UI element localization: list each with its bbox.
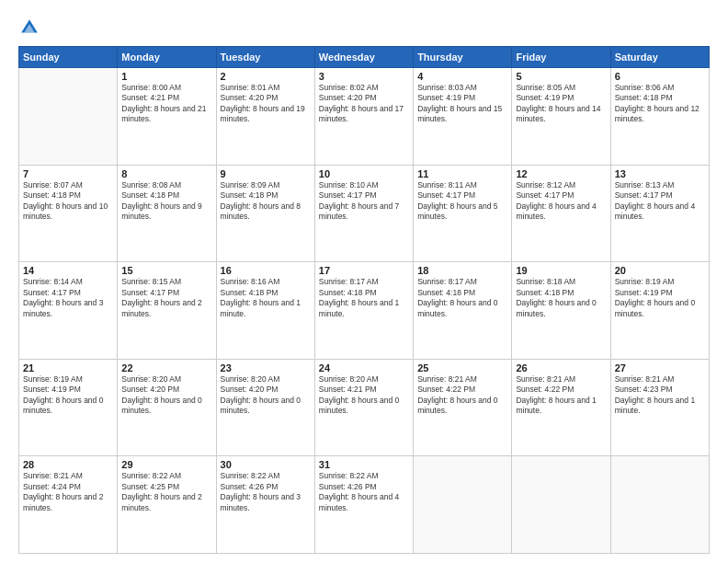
calendar-cell: 24Sunrise: 8:20 AMSunset: 4:21 PMDayligh…: [314, 359, 413, 456]
day-number: 13: [615, 168, 705, 179]
day-info: Sunrise: 8:20 AMSunset: 4:20 PMDaylight:…: [121, 374, 211, 417]
day-info: Sunrise: 8:11 AMSunset: 4:17 PMDaylight:…: [417, 180, 507, 223]
day-info: Sunrise: 8:10 AMSunset: 4:17 PMDaylight:…: [319, 180, 409, 223]
calendar-week-row: 7Sunrise: 8:07 AMSunset: 4:18 PMDaylight…: [19, 165, 710, 262]
calendar-cell: 1Sunrise: 8:00 AMSunset: 4:21 PMDaylight…: [118, 68, 216, 166]
day-info: Sunrise: 8:22 AMSunset: 4:26 PMDaylight:…: [319, 471, 409, 513]
day-info: Sunrise: 8:16 AMSunset: 4:18 PMDaylight:…: [221, 277, 311, 319]
day-info: Sunrise: 8:18 AMSunset: 4:18 PMDaylight:…: [516, 277, 606, 319]
calendar-cell: [19, 68, 118, 166]
day-number: 24: [319, 362, 409, 373]
day-number: 5: [516, 71, 606, 82]
calendar: SundayMondayTuesdayWednesdayThursdayFrid…: [18, 46, 710, 554]
calendar-cell: 11Sunrise: 8:11 AMSunset: 4:17 PMDayligh…: [414, 165, 512, 262]
day-info: Sunrise: 8:17 AMSunset: 4:18 PMDaylight:…: [319, 277, 409, 319]
day-info: Sunrise: 8:05 AMSunset: 4:19 PMDaylight:…: [516, 83, 606, 125]
day-number: 8: [121, 168, 211, 179]
day-number: 2: [221, 71, 311, 82]
calendar-cell: [512, 456, 610, 554]
day-info: Sunrise: 8:22 AMSunset: 4:26 PMDaylight:…: [221, 471, 311, 513]
weekday-header-monday: Monday: [118, 47, 216, 68]
calendar-cell: [414, 456, 512, 554]
day-number: 6: [615, 71, 705, 82]
day-info: Sunrise: 8:02 AMSunset: 4:20 PMDaylight:…: [319, 83, 409, 125]
day-number: 18: [417, 265, 507, 276]
day-info: Sunrise: 8:19 AMSunset: 4:19 PMDaylight:…: [23, 374, 113, 417]
calendar-cell: 14Sunrise: 8:14 AMSunset: 4:17 PMDayligh…: [19, 262, 118, 360]
day-info: Sunrise: 8:21 AMSunset: 4:23 PMDaylight:…: [615, 374, 705, 417]
header: [18, 17, 710, 39]
calendar-cell: 18Sunrise: 8:17 AMSunset: 4:18 PMDayligh…: [414, 262, 512, 360]
day-number: 12: [516, 168, 606, 179]
day-number: 20: [615, 265, 705, 276]
weekday-header-friday: Friday: [512, 47, 610, 68]
day-number: 17: [319, 265, 409, 276]
weekday-header-row: SundayMondayTuesdayWednesdayThursdayFrid…: [19, 47, 710, 68]
day-info: Sunrise: 8:22 AMSunset: 4:25 PMDaylight:…: [121, 471, 211, 513]
calendar-cell: 26Sunrise: 8:21 AMSunset: 4:22 PMDayligh…: [512, 359, 610, 456]
calendar-cell: 3Sunrise: 8:02 AMSunset: 4:20 PMDaylight…: [314, 68, 413, 166]
day-number: 30: [221, 459, 311, 470]
calendar-week-row: 28Sunrise: 8:21 AMSunset: 4:24 PMDayligh…: [19, 456, 710, 554]
weekday-header-thursday: Thursday: [414, 47, 512, 68]
calendar-cell: 22Sunrise: 8:20 AMSunset: 4:20 PMDayligh…: [118, 359, 216, 456]
calendar-cell: 13Sunrise: 8:13 AMSunset: 4:17 PMDayligh…: [610, 165, 709, 262]
day-info: Sunrise: 8:08 AMSunset: 4:18 PMDaylight:…: [121, 180, 211, 223]
calendar-cell: 6Sunrise: 8:06 AMSunset: 4:18 PMDaylight…: [610, 68, 709, 166]
day-number: 11: [417, 168, 507, 179]
day-info: Sunrise: 8:06 AMSunset: 4:18 PMDaylight:…: [615, 83, 705, 125]
calendar-cell: 20Sunrise: 8:19 AMSunset: 4:19 PMDayligh…: [610, 262, 709, 360]
calendar-cell: 8Sunrise: 8:08 AMSunset: 4:18 PMDaylight…: [118, 165, 216, 262]
day-number: 7: [23, 168, 113, 179]
day-number: 25: [417, 362, 507, 373]
day-info: Sunrise: 8:21 AMSunset: 4:22 PMDaylight:…: [417, 374, 507, 417]
calendar-cell: 17Sunrise: 8:17 AMSunset: 4:18 PMDayligh…: [314, 262, 413, 360]
day-info: Sunrise: 8:01 AMSunset: 4:20 PMDaylight:…: [221, 83, 311, 125]
day-info: Sunrise: 8:21 AMSunset: 4:24 PMDaylight:…: [23, 471, 113, 513]
calendar-cell: 12Sunrise: 8:12 AMSunset: 4:17 PMDayligh…: [512, 165, 610, 262]
calendar-cell: 31Sunrise: 8:22 AMSunset: 4:26 PMDayligh…: [314, 456, 413, 554]
day-info: Sunrise: 8:17 AMSunset: 4:18 PMDaylight:…: [417, 277, 507, 319]
day-number: 4: [417, 71, 507, 82]
calendar-cell: 10Sunrise: 8:10 AMSunset: 4:17 PMDayligh…: [314, 165, 413, 262]
calendar-week-row: 1Sunrise: 8:00 AMSunset: 4:21 PMDaylight…: [19, 68, 710, 166]
day-info: Sunrise: 8:00 AMSunset: 4:21 PMDaylight:…: [121, 83, 211, 125]
calendar-cell: 7Sunrise: 8:07 AMSunset: 4:18 PMDaylight…: [19, 165, 118, 262]
day-info: Sunrise: 8:15 AMSunset: 4:17 PMDaylight:…: [121, 277, 211, 319]
day-info: Sunrise: 8:19 AMSunset: 4:19 PMDaylight:…: [615, 277, 705, 319]
day-number: 26: [516, 362, 606, 373]
calendar-cell: 29Sunrise: 8:22 AMSunset: 4:25 PMDayligh…: [118, 456, 216, 554]
day-number: 16: [221, 265, 311, 276]
day-number: 31: [319, 459, 409, 470]
calendar-cell: 23Sunrise: 8:20 AMSunset: 4:20 PMDayligh…: [216, 359, 314, 456]
calendar-cell: 27Sunrise: 8:21 AMSunset: 4:23 PMDayligh…: [610, 359, 709, 456]
logo: [18, 17, 44, 39]
day-info: Sunrise: 8:09 AMSunset: 4:18 PMDaylight:…: [221, 180, 311, 223]
day-number: 21: [23, 362, 113, 373]
weekday-header-saturday: Saturday: [610, 47, 709, 68]
weekday-header-sunday: Sunday: [19, 47, 118, 68]
calendar-cell: 16Sunrise: 8:16 AMSunset: 4:18 PMDayligh…: [216, 262, 314, 360]
day-number: 9: [221, 168, 311, 179]
logo-icon: [18, 17, 40, 39]
calendar-week-row: 21Sunrise: 8:19 AMSunset: 4:19 PMDayligh…: [19, 359, 710, 456]
day-number: 15: [121, 265, 211, 276]
day-number: 22: [121, 362, 211, 373]
day-info: Sunrise: 8:13 AMSunset: 4:17 PMDaylight:…: [615, 180, 705, 223]
day-number: 10: [319, 168, 409, 179]
day-number: 27: [615, 362, 705, 373]
calendar-cell: 5Sunrise: 8:05 AMSunset: 4:19 PMDaylight…: [512, 68, 610, 166]
day-info: Sunrise: 8:07 AMSunset: 4:18 PMDaylight:…: [23, 180, 113, 223]
day-number: 23: [221, 362, 311, 373]
calendar-cell: [610, 456, 709, 554]
calendar-cell: 19Sunrise: 8:18 AMSunset: 4:18 PMDayligh…: [512, 262, 610, 360]
calendar-cell: 25Sunrise: 8:21 AMSunset: 4:22 PMDayligh…: [414, 359, 512, 456]
day-info: Sunrise: 8:14 AMSunset: 4:17 PMDaylight:…: [23, 277, 113, 319]
day-number: 29: [121, 459, 211, 470]
day-info: Sunrise: 8:12 AMSunset: 4:17 PMDaylight:…: [516, 180, 606, 223]
day-info: Sunrise: 8:03 AMSunset: 4:19 PMDaylight:…: [417, 83, 507, 125]
day-number: 3: [319, 71, 409, 82]
calendar-week-row: 14Sunrise: 8:14 AMSunset: 4:17 PMDayligh…: [19, 262, 710, 360]
page: SundayMondayTuesdayWednesdayThursdayFrid…: [0, 0, 728, 563]
day-number: 14: [23, 265, 113, 276]
